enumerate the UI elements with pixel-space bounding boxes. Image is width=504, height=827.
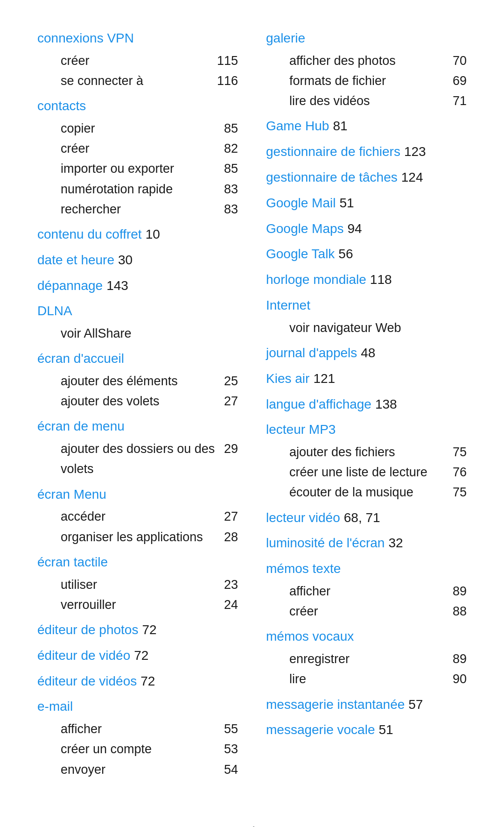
subterm-number: 76 [453, 462, 467, 482]
index-subterm: créer88 [266, 601, 467, 622]
index-entry: écran tactile [37, 552, 238, 573]
subterm-label: ajouter des dossiers ou des volets [61, 439, 219, 479]
index-subterm: lire90 [266, 669, 467, 689]
index-section: écran tactileutiliser23verrouiller24 [37, 552, 238, 615]
index-subterm: rechercher83 [37, 199, 238, 219]
index-subterm: écouter de la musique75 [266, 482, 467, 502]
index-number: 72 [134, 648, 148, 663]
index-term: luminosité de l'écran [266, 536, 385, 550]
index-section: écran d'accueilajouter des éléments25ajo… [37, 348, 238, 411]
index-section: lecteur MP3ajouter des fichiers75créer u… [266, 419, 467, 502]
index-subterm: envoyer54 [37, 760, 238, 780]
subterm-label: afficher des photos [289, 51, 448, 71]
index-term: Google Mail [266, 196, 336, 210]
index-number: 48 [361, 346, 375, 360]
index-entry: DLNA [37, 301, 238, 322]
index-section: écran de menuajouter des dossiers ou des… [37, 416, 238, 479]
index-section: Kies air121 [266, 368, 467, 389]
index-number: 30 [118, 253, 133, 267]
index-term: mémos vocaux [266, 629, 354, 643]
subterm-label: créer [61, 139, 219, 159]
subterm-number: 27 [224, 507, 238, 527]
see-note: voir navigateur Web [266, 318, 467, 338]
subterm-number: 25 [224, 371, 238, 391]
index-entry: écran Menu [37, 484, 238, 505]
index-number: 57 [408, 697, 423, 712]
index-subterm: ajouter des éléments25 [37, 371, 238, 391]
index-term: lecteur vidéo [266, 510, 340, 525]
index-section: mémos vocauxenregistrer89lire90 [266, 626, 467, 689]
index-subterm: enregistrer89 [266, 649, 467, 669]
subterm-label: créer un compte [61, 739, 219, 759]
index-entry: contacts [37, 96, 238, 117]
index-entry: mémos texte [266, 558, 467, 580]
index-entry: éditeur de vidéo72 [37, 645, 238, 666]
index-section: date et heure30 [37, 250, 238, 271]
subterm-label: organiser les applications [61, 527, 219, 547]
index-term: langue d'affichage [266, 397, 371, 411]
index-section: Internetvoir navigateur Web [266, 295, 467, 338]
subterm-number: 24 [224, 595, 238, 615]
index-term: Internet [266, 298, 310, 312]
subterm-number: 88 [453, 601, 467, 622]
index-entry: connexions VPN [37, 28, 238, 49]
index-entry: dépannage143 [37, 276, 238, 297]
index-number: 138 [375, 397, 397, 411]
subterm-label: écouter de la musique [289, 482, 448, 502]
index-number: 72 [140, 674, 155, 688]
index-entry: e-mail [37, 696, 238, 717]
index-entry: messagerie vocale51 [266, 720, 467, 741]
subterm-label: verrouiller [61, 595, 219, 615]
index-entry: messagerie instantanée57 [266, 694, 467, 715]
index-section: messagerie instantanée57 [266, 694, 467, 715]
subterm-label: créer [61, 51, 212, 71]
index-subterm: numérotation rapide83 [37, 179, 238, 199]
index-subterm: afficher89 [266, 581, 467, 601]
subterm-label: créer une liste de lecture [289, 462, 448, 482]
index-entry: Google Mail51 [266, 193, 467, 214]
subterm-number: 29 [224, 439, 238, 479]
index-term: éditeur de vidéo [37, 648, 130, 663]
index-entry: contenu du coffret10 [37, 224, 238, 245]
subterm-number: 85 [224, 159, 238, 179]
index-term: date et heure [37, 253, 114, 267]
index-subterm: lire des vidéos71 [266, 91, 467, 111]
index-subterm: créer115 [37, 51, 238, 71]
index-entry: écran de menu [37, 416, 238, 437]
index-section: gestionnaire de tâches124 [266, 167, 467, 188]
index-entry: Google Maps94 [266, 219, 467, 240]
index-section: Google Mail51 [266, 193, 467, 214]
index-number: 10 [146, 227, 160, 241]
index-subterm: formats de fichier69 [266, 71, 467, 91]
page-content: connexions VPNcréer115se connecter à116c… [37, 28, 467, 785]
index-subterm: se connecter à116 [37, 71, 238, 91]
index-entry: luminosité de l'écran32 [266, 533, 467, 554]
index-entry: date et heure30 [37, 250, 238, 271]
index-section: Google Maps94 [266, 219, 467, 240]
index-term: journal d'appels [266, 346, 357, 360]
subterm-label: afficher [289, 581, 448, 601]
subterm-number: 85 [224, 119, 238, 139]
index-number: 56 [338, 247, 353, 261]
subterm-label: numérotation rapide [61, 179, 219, 199]
index-term: contacts [37, 99, 86, 113]
index-section: Game Hub81 [266, 116, 467, 137]
index-term: messagerie instantanée [266, 697, 405, 712]
index-entry: éditeur de vidéos72 [37, 671, 238, 692]
subterm-label: envoyer [61, 760, 219, 780]
subterm-label: afficher [61, 719, 219, 739]
index-section: horloge mondiale118 [266, 269, 467, 290]
see-note: voir AllShare [37, 324, 238, 344]
index-term: lecteur MP3 [266, 422, 336, 437]
subterm-label: copier [61, 119, 219, 139]
index-term: e-mail [37, 699, 73, 714]
index-term: écran Menu [37, 487, 106, 502]
index-section: e-mailafficher55créer un compte53envoyer… [37, 696, 238, 779]
index-number: 94 [348, 221, 362, 236]
index-number: 121 [313, 371, 335, 386]
index-number: 118 [370, 272, 392, 287]
index-subterm: copier85 [37, 119, 238, 139]
subterm-number: 83 [224, 179, 238, 199]
index-subterm: importer ou exporter85 [37, 159, 238, 179]
subterm-number: 90 [453, 669, 467, 689]
